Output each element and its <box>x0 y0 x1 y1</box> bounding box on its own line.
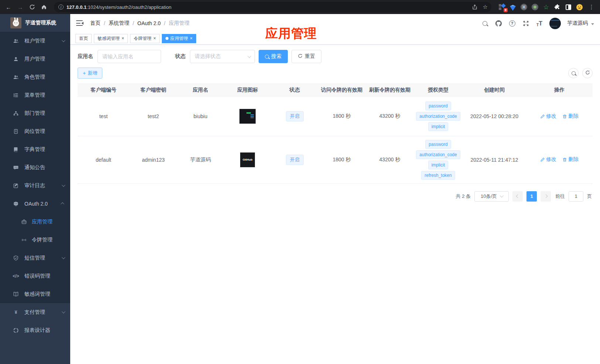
sidebar-item-notice[interactable]: 通知公告 <box>0 158 70 176</box>
sidebar-item-post[interactable]: 岗位管理 <box>0 122 70 140</box>
font-size-icon[interactable]: TT <box>536 20 543 27</box>
tag-application-active[interactable]: 应用管理× <box>162 34 196 43</box>
search-icon[interactable] <box>481 20 488 27</box>
cell-actions: 修改 删除 <box>526 97 593 136</box>
sidebar-item-label: 部门管理 <box>24 110 45 117</box>
tag-label: 首页 <box>79 34 88 43</box>
help-icon[interactable]: ? <box>508 20 516 27</box>
breadcrumb-item[interactable]: OAuth 2.0 <box>137 20 161 26</box>
sidebar-item-report[interactable]: 报表设计器 <box>0 321 70 339</box>
sidebar-item-label: 短信管理 <box>24 255 45 261</box>
sidebar-item-oauth-token[interactable]: 令牌管理 <box>0 231 70 249</box>
browser-toolbar: ← → i 127.0.0.1:1024/system/oauth2/oauth… <box>0 0 600 14</box>
sidebar-item-label: 字典管理 <box>24 146 45 153</box>
tag-home[interactable]: 首页 <box>75 34 92 43</box>
cell-refresh-ttl: 43200 秒 <box>366 136 414 183</box>
share-icon[interactable] <box>472 4 478 10</box>
sidebar-item-pay[interactable]: ¥ 支付管理 <box>0 303 70 321</box>
url-host: 127.0.0.1 <box>67 4 86 10</box>
delete-button[interactable]: 删除 <box>562 156 579 163</box>
caret-down-icon[interactable] <box>591 23 594 25</box>
browser-reload-button[interactable] <box>27 2 37 12</box>
sidebar-item-dict[interactable]: 字典管理 <box>0 140 70 158</box>
yen-icon: ¥ <box>13 309 19 316</box>
extension-star-icon[interactable]: ☆ <box>542 3 550 11</box>
goto-page-input[interactable] <box>569 191 583 202</box>
col-grant-types: 授权类型 <box>414 83 463 97</box>
tree-list-icon <box>13 92 19 99</box>
sidebar-item-dept[interactable]: 部门管理 <box>0 104 70 122</box>
sidebar-item-user[interactable]: 用户管理 <box>0 50 70 68</box>
sidebar-item-label: 租户管理 <box>24 38 45 44</box>
edit-label: 修改 <box>546 113 556 120</box>
page-content: 应用名 状态 请选择状态 搜索 重置 新增 <box>70 45 600 364</box>
plus-icon <box>83 70 86 76</box>
site-info-icon[interactable]: i <box>58 4 64 10</box>
delete-button[interactable]: 删除 <box>562 113 579 120</box>
app-name-input[interactable] <box>98 50 161 63</box>
browser-back-button[interactable]: ← <box>4 2 13 12</box>
close-icon[interactable]: × <box>153 34 156 43</box>
active-dot <box>166 37 168 40</box>
github-icon[interactable] <box>495 20 502 27</box>
sidebar-item-label: 岗位管理 <box>24 128 45 135</box>
page-size-select[interactable]: 10条/页 <box>474 191 509 202</box>
bookmark-star-icon[interactable]: ☆ <box>483 4 488 10</box>
sidebar-item-sms[interactable]: 短信管理 <box>0 249 70 267</box>
refresh-table-button[interactable] <box>582 68 593 78</box>
close-icon[interactable]: × <box>190 34 192 43</box>
sidebar-collapse-icon[interactable] <box>76 20 83 26</box>
extension-tabs-icon[interactable]: 9 <box>498 3 505 11</box>
app-name-label: 应用名 <box>78 53 93 60</box>
extension-record-icon[interactable] <box>531 3 539 11</box>
sidebar-logo[interactable]: 芋道管理系统 <box>0 14 70 32</box>
current-page-button[interactable]: 1 <box>526 191 537 202</box>
cell-actions: 修改 删除 <box>526 136 593 183</box>
tag-sensitiveword[interactable]: 敏感词管理× <box>94 34 128 43</box>
close-icon[interactable]: × <box>122 34 124 43</box>
edit-button[interactable]: 修改 <box>540 156 556 163</box>
address-bar[interactable]: i 127.0.0.1:1024/system/oauth2/oauth2/ap… <box>54 2 491 12</box>
next-page-button[interactable] <box>541 191 551 202</box>
extension-command-icon[interactable]: ⌘ <box>520 3 528 11</box>
grant-type-tag: password <box>425 140 451 149</box>
tag-token[interactable]: 令牌管理× <box>130 34 160 43</box>
reset-button[interactable]: 重置 <box>292 50 321 63</box>
sidebar-item-audit[interactable]: 审计日志 <box>0 176 70 195</box>
sidebar-item-tenant[interactable]: 租户管理 <box>0 32 70 50</box>
browser-forward-button[interactable]: → <box>16 2 25 12</box>
table-row: test test2 biubiu 开启 1800 秒 43200 秒 pass… <box>78 97 593 136</box>
sidebar-item-menu[interactable]: 菜单管理 <box>0 86 70 104</box>
search-button[interactable]: 搜索 <box>259 50 288 63</box>
extension-splitview-icon[interactable] <box>565 3 572 11</box>
status-select[interactable]: 请选择状态 <box>190 50 255 63</box>
extension-gem-icon[interactable] <box>509 3 517 11</box>
prev-page-button[interactable] <box>512 191 523 202</box>
status-badge: 开启 <box>286 111 304 121</box>
col-client-id: 客户端编号 <box>78 83 129 97</box>
edit-log-icon <box>13 182 19 189</box>
browser-menu-icon[interactable]: ⋮ <box>587 2 596 12</box>
grant-type-tag: authorization_code <box>416 150 460 159</box>
edit-button[interactable]: 修改 <box>540 113 556 120</box>
sidebar-item-oauth-application[interactable]: 应用管理 <box>0 213 70 231</box>
sidebar-item-errorcode[interactable]: </> 错误码管理 <box>0 267 70 285</box>
col-app-name: 应用名 <box>177 83 224 97</box>
cell-status: 开启 <box>272 97 318 136</box>
add-button[interactable]: 新增 <box>78 68 102 79</box>
extension-puzzle-icon[interactable] <box>553 3 561 11</box>
toggle-search-button[interactable] <box>568 68 579 78</box>
browser-profile-avatar[interactable] <box>576 3 583 11</box>
username[interactable]: 芋道源码 <box>567 20 588 27</box>
fullscreen-icon[interactable] <box>522 20 529 27</box>
breadcrumb-item-current: 应用管理 <box>169 20 190 27</box>
breadcrumb-item[interactable]: 首页 <box>90 20 100 27</box>
sidebar-item-oauth[interactable]: OAuth 2.0 <box>0 195 70 213</box>
browser-home-button[interactable] <box>39 2 49 12</box>
user-avatar[interactable] <box>549 18 561 29</box>
sidebar-item-role[interactable]: 角色管理 <box>0 68 70 86</box>
user-icon <box>13 56 19 62</box>
breadcrumb-item[interactable]: 系统管理 <box>109 20 129 27</box>
sidebar-item-sensitiveword[interactable]: 敏感词管理 <box>0 285 70 303</box>
sidebar-item-label: 菜单管理 <box>24 92 45 99</box>
